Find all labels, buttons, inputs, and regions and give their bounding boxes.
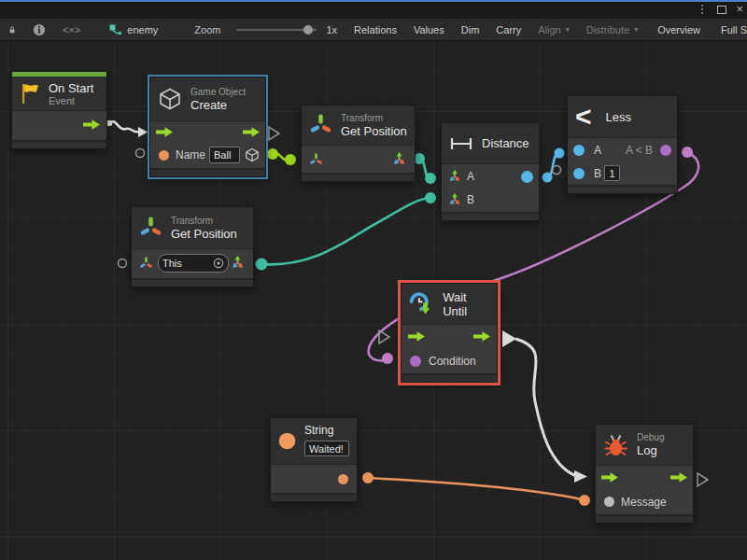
input-b-label: B xyxy=(594,167,601,180)
cube-icon xyxy=(158,87,182,111)
less-output-port[interactable] xyxy=(660,145,671,156)
carry-button[interactable]: Carry xyxy=(487,19,529,40)
node-footer xyxy=(596,514,693,523)
relations-button[interactable]: Relations xyxy=(345,19,405,40)
align-dropdown[interactable]: Align▾ xyxy=(529,19,577,40)
position-port-icon[interactable] xyxy=(230,255,246,271)
chevron-down-icon: ▾ xyxy=(566,25,570,34)
flow-in-port[interactable] xyxy=(601,472,618,483)
transform-icon xyxy=(139,217,162,240)
wait-until-clock-icon xyxy=(409,290,434,318)
less-icon: < xyxy=(575,103,592,131)
transform-icon xyxy=(309,114,332,137)
node-category: Transform xyxy=(341,113,407,124)
distance-output-port[interactable] xyxy=(521,171,533,183)
less-input-a-port[interactable] xyxy=(573,145,585,156)
message-label: Message xyxy=(621,496,667,509)
node-on-start-event[interactable]: On Start Event xyxy=(11,71,107,149)
dim-button[interactable]: Dim xyxy=(453,19,488,40)
node-title: Get Position xyxy=(341,124,407,138)
code-preview-button[interactable]: <×> xyxy=(54,19,89,40)
inspect-button[interactable] xyxy=(24,19,54,40)
string-output-port[interactable] xyxy=(338,474,348,484)
bug-icon xyxy=(603,432,628,457)
flow-in-port[interactable] xyxy=(156,127,173,137)
graph-toolbar: <×> enemy Zoom 1x Relations Values Dim C… xyxy=(0,19,747,41)
node-less[interactable]: < Less A A < B B 1 xyxy=(567,95,678,194)
zoom-label: Zoom xyxy=(166,19,229,40)
transform-port-icon[interactable] xyxy=(309,153,323,167)
message-input-port[interactable] xyxy=(604,497,614,507)
focus-accent-line xyxy=(0,0,747,2)
condition-label: Condition xyxy=(429,355,476,368)
overview-button[interactable]: Overview xyxy=(646,19,712,40)
node-footer xyxy=(12,140,106,148)
zoom-value: 1x xyxy=(324,19,345,40)
maximize-icon[interactable] xyxy=(717,6,726,14)
node-footer xyxy=(568,185,677,193)
unity-script-graph-window: Script Graph ⋮ × <×> enemy Zoom 1x Relat… xyxy=(0,0,747,560)
values-button[interactable]: Values xyxy=(405,19,453,40)
object-picker-icon[interactable] xyxy=(213,258,224,269)
node-footer xyxy=(132,278,253,287)
flow-out-port[interactable] xyxy=(243,127,260,137)
window-menu-icon[interactable]: ⋮ xyxy=(696,2,708,17)
input-b-label: B xyxy=(467,193,474,206)
vector-port-icon[interactable] xyxy=(447,169,462,184)
name-input-port[interactable] xyxy=(159,150,169,161)
node-wait-until[interactable]: Wait Until Condition xyxy=(401,283,498,383)
node-footer xyxy=(271,493,357,501)
node-distance[interactable]: Distance A B xyxy=(441,122,540,221)
condition-input-port[interactable] xyxy=(410,356,421,367)
string-icon xyxy=(278,428,296,454)
node-get-position-b[interactable]: Transform Get Position This xyxy=(131,206,254,287)
cube-icon xyxy=(245,147,260,162)
b-value-input[interactable]: 1 xyxy=(604,165,620,181)
graph-reference[interactable]: enemy xyxy=(89,19,166,40)
node-subtitle: Event xyxy=(49,95,93,106)
lock-icon xyxy=(8,23,16,36)
node-get-position-a[interactable]: Transform Get Position xyxy=(301,105,416,182)
flow-out-port[interactable] xyxy=(670,472,687,483)
node-category: Debug xyxy=(637,432,664,443)
node-footer xyxy=(442,212,539,220)
zoom-slider-track[interactable] xyxy=(236,29,317,31)
flow-in-port[interactable] xyxy=(408,331,425,342)
node-title: Create xyxy=(190,98,246,112)
zoom-slider[interactable] xyxy=(229,19,324,40)
node-title: On Start xyxy=(49,81,93,95)
flag-icon xyxy=(20,82,40,105)
graph-icon xyxy=(109,24,122,35)
node-title: String xyxy=(304,424,349,438)
distance-icon xyxy=(449,135,473,152)
node-title: Wait Until xyxy=(443,290,489,318)
string-value-input[interactable]: Waited! xyxy=(304,441,349,456)
vector-port-icon[interactable] xyxy=(447,192,462,207)
target-value-input[interactable]: This xyxy=(158,254,229,273)
lock-button[interactable] xyxy=(0,19,24,40)
flow-out-port[interactable] xyxy=(83,119,100,130)
input-a-label: A xyxy=(594,144,601,157)
title-bar xyxy=(0,0,747,19)
zoom-slider-handle[interactable] xyxy=(303,25,313,35)
transform-port-icon[interactable] xyxy=(139,257,153,271)
fullscreen-button[interactable]: Full Screen xyxy=(712,19,747,40)
flow-out-port[interactable] xyxy=(473,331,490,342)
node-category: Transform xyxy=(171,216,237,227)
node-title: Get Position xyxy=(171,227,237,241)
node-title: Log xyxy=(637,443,664,457)
distribute-dropdown[interactable]: Distribute▾ xyxy=(578,19,646,40)
node-footer xyxy=(402,373,497,382)
name-value-input[interactable]: Ball xyxy=(209,147,240,163)
close-icon[interactable]: × xyxy=(736,2,743,17)
node-title: Distance xyxy=(482,136,529,150)
node-create-game-object[interactable]: Game Object Create Name Ball xyxy=(149,77,266,177)
node-string-literal[interactable]: String Waited! xyxy=(270,417,358,502)
chevron-down-icon: ▾ xyxy=(634,25,638,34)
name-port-label: Name xyxy=(176,148,205,161)
position-port-icon[interactable] xyxy=(391,151,407,167)
less-input-b-port[interactable] xyxy=(573,168,585,179)
graph-name: enemy xyxy=(127,24,158,35)
node-debug-log[interactable]: Debug Log Message xyxy=(595,424,694,524)
node-footer xyxy=(302,173,415,181)
